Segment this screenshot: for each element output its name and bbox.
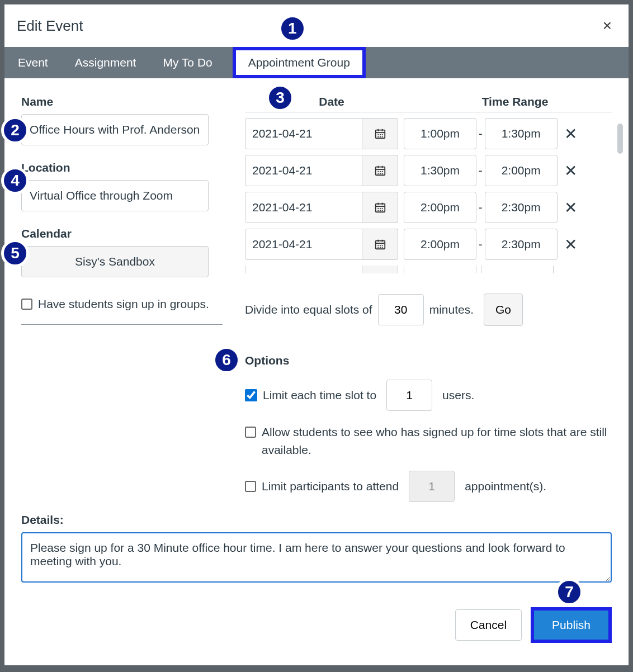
divide-pre-label: Divide into equal slots of xyxy=(245,303,372,316)
calendar-icon xyxy=(374,164,386,177)
calendar-icon xyxy=(374,201,386,214)
modal-title: Edit Event xyxy=(17,17,83,35)
publish-button[interactable]: Publish xyxy=(534,611,608,640)
calendar-field-group: 5 Calendar Sisy's Sandbox xyxy=(21,227,234,277)
date-input[interactable]: 2021-04-21 xyxy=(245,155,362,186)
remove-row-icon[interactable]: ✕ xyxy=(564,162,577,180)
groups-checkbox[interactable] xyxy=(21,299,32,310)
close-icon[interactable]: × xyxy=(598,15,616,37)
dash: - xyxy=(479,238,483,251)
go-button[interactable]: Go xyxy=(484,294,523,326)
start-time-input[interactable]: 1:00pm xyxy=(404,118,476,149)
tab-event[interactable]: Event xyxy=(4,48,62,77)
dash: - xyxy=(479,127,483,140)
date-input[interactable]: 2021-04-21 xyxy=(245,118,362,149)
remove-row-icon[interactable]: ✕ xyxy=(564,235,577,254)
annotation-3: 3 xyxy=(266,84,294,112)
time-slot-row: 2021-04-21 2:00pm - 2:30pm ✕ xyxy=(245,192,612,223)
calendar-icon-button[interactable] xyxy=(362,266,398,273)
divide-post-label: minutes. xyxy=(429,303,474,316)
start-time-input[interactable] xyxy=(404,266,476,273)
limit-part-pre: Limit participants to attend xyxy=(262,477,399,495)
calendar-icon-button[interactable] xyxy=(362,192,398,223)
cancel-button[interactable]: Cancel xyxy=(455,609,522,641)
details-label: Details: xyxy=(21,513,612,527)
calendar-icon xyxy=(374,238,386,250)
end-time-input[interactable]: 1:30pm xyxy=(485,118,558,149)
time-slot-row: 2021-04-21 2:00pm - 2:30pm ✕ xyxy=(245,229,612,260)
name-field-group: 2 Name xyxy=(21,95,234,145)
end-time-input[interactable]: 2:00pm xyxy=(485,155,558,186)
remove-row-icon[interactable]: ✕ xyxy=(564,125,577,143)
divide-minutes-input[interactable] xyxy=(378,294,424,325)
start-time-input[interactable]: 2:00pm xyxy=(404,229,476,260)
calendar-label: Calendar xyxy=(21,227,234,240)
tab-bar: Event Assignment My To Do 1 Appointment … xyxy=(4,47,629,78)
annotation-5: 5 xyxy=(1,239,29,267)
groups-label: Have students sign up in groups. xyxy=(38,297,209,311)
calendar-icon-button[interactable] xyxy=(362,229,398,260)
name-input[interactable] xyxy=(21,114,209,145)
end-time-input[interactable]: 2:30pm xyxy=(485,192,558,223)
limit-participants-checkbox[interactable] xyxy=(245,481,256,492)
limit-appointments-input xyxy=(409,471,455,502)
allow-see-label: Allow students to see who has signed up … xyxy=(262,423,612,458)
annotation-6: 6 xyxy=(212,346,240,374)
date-input[interactable]: 2021-04-21 xyxy=(245,229,362,260)
location-input[interactable] xyxy=(21,180,209,211)
limit-part-post: appointment(s). xyxy=(465,477,546,495)
tab-todo[interactable]: My To Do xyxy=(149,48,225,77)
location-label: Location xyxy=(21,161,234,174)
start-time-input[interactable]: 1:30pm xyxy=(404,155,476,186)
details-textarea[interactable] xyxy=(21,532,612,583)
calendar-icon xyxy=(374,127,386,140)
scrollbar[interactable] xyxy=(617,124,623,154)
start-time-input[interactable]: 2:00pm xyxy=(404,192,476,223)
dash: - xyxy=(479,201,483,214)
tab-assignment[interactable]: Assignment xyxy=(62,48,150,77)
annotation-1: 1 xyxy=(278,15,306,42)
limit-users-input[interactable] xyxy=(386,380,432,411)
tab-appointment-group[interactable]: Appointment Group xyxy=(233,47,366,78)
calendar-icon-button[interactable] xyxy=(362,118,398,149)
date-input[interactable] xyxy=(245,266,362,273)
time-range-header: Time Range xyxy=(418,95,612,108)
limit-slot-checkbox[interactable] xyxy=(245,389,257,401)
end-time-input[interactable]: 2:30pm xyxy=(485,229,558,260)
time-slot-row: 2021-04-21 1:00pm - 1:30pm ✕ xyxy=(245,118,612,149)
time-slot-row-partial xyxy=(245,266,612,273)
time-slot-row: 2021-04-21 1:30pm - 2:00pm ✕ xyxy=(245,155,612,186)
limit-slot-post: users. xyxy=(442,386,474,404)
annotation-2: 2 xyxy=(1,116,29,144)
options-label: Options xyxy=(245,354,612,367)
remove-row-icon[interactable]: ✕ xyxy=(564,198,577,217)
name-label: Name xyxy=(21,95,234,108)
end-time-input[interactable] xyxy=(481,266,554,273)
modal-header: Edit Event × xyxy=(4,4,629,47)
edit-event-modal: Edit Event × Event Assignment My To Do 1… xyxy=(4,4,629,665)
dash: - xyxy=(479,164,483,177)
allow-see-checkbox[interactable] xyxy=(245,427,256,438)
annotation-4: 4 xyxy=(1,167,29,195)
limit-slot-pre: Limit each time slot to xyxy=(263,386,376,404)
location-field-group: 4 Location xyxy=(21,161,234,211)
annotation-7: 7 xyxy=(555,578,583,606)
calendar-selector[interactable]: Sisy's Sandbox xyxy=(21,246,209,277)
time-slot-rows: 2021-04-21 1:00pm - 1:30pm ✕ 2021-04-21 … xyxy=(245,118,612,273)
date-input[interactable]: 2021-04-21 xyxy=(245,192,362,223)
calendar-icon-button[interactable] xyxy=(362,155,398,186)
